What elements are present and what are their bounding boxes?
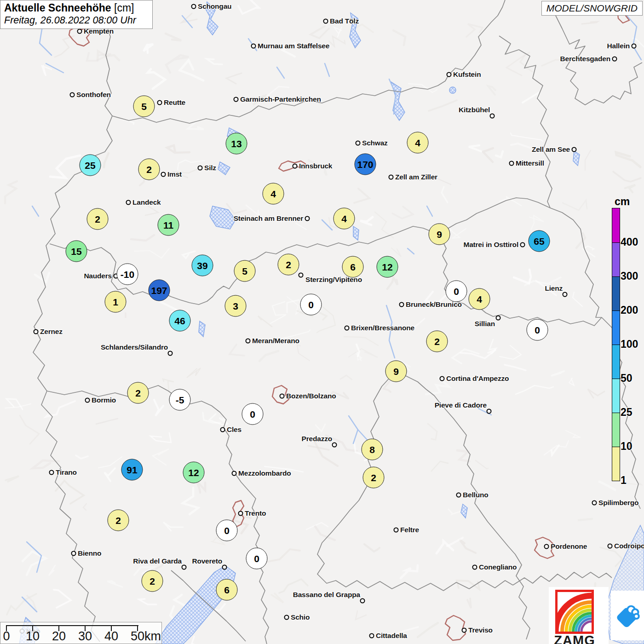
scale-bar-label-0: 0 bbox=[3, 629, 10, 644]
station-value-circle-34: 12 bbox=[183, 462, 205, 483]
scale-bar: 01020304050km bbox=[0, 622, 162, 644]
station-value-circle-29: 2 bbox=[127, 382, 149, 404]
station-value-circle-25: 0 bbox=[300, 294, 322, 316]
legend-unit-label: cm bbox=[615, 196, 630, 208]
station-value-circle-0: 5 bbox=[133, 96, 155, 117]
station-value-circle-37: 0 bbox=[216, 520, 238, 541]
station-value-circle-1: 13 bbox=[226, 133, 247, 155]
scale-bar-label-30: 30 bbox=[78, 629, 92, 644]
station-value-circle-24: 46 bbox=[169, 310, 191, 332]
station-value-circle-12: 15 bbox=[66, 241, 87, 262]
station-value-circle-38: 0 bbox=[246, 548, 268, 569]
page-title: Aktuelle Schneehöhe [cm] bbox=[4, 2, 148, 14]
station-value-circle-3: 25 bbox=[80, 155, 101, 176]
station-value-circle-2: 4 bbox=[407, 132, 429, 154]
station-value-circle-5: 170 bbox=[355, 154, 376, 175]
station-value-circle-19: 197 bbox=[149, 280, 170, 301]
snow-map-app: SchongauBad TölzKemptenMurnau am Staffel… bbox=[0, 0, 644, 644]
station-value-circle-11: 65 bbox=[529, 230, 550, 252]
legend-segment-1 bbox=[612, 242, 620, 276]
scale-bar-line bbox=[6, 625, 138, 626]
station-value-circle-10: 9 bbox=[429, 224, 450, 245]
station-value-circle-17: 6 bbox=[342, 256, 364, 278]
station-value-circle-9: 4 bbox=[334, 208, 355, 230]
scale-bar-label-20: 20 bbox=[52, 629, 66, 644]
station-value-circle-33: 91 bbox=[121, 459, 143, 481]
station-value-circle-21: 0 bbox=[446, 281, 467, 302]
snowgrid-app-logo bbox=[611, 591, 644, 640]
station-value-circle-27: 2 bbox=[426, 331, 448, 352]
station-value-circle-15: 5 bbox=[234, 260, 256, 282]
model-label: MODEL/SNOWGRID bbox=[541, 1, 643, 16]
station-value-circle-28: 9 bbox=[385, 361, 407, 382]
station-value-circle-23: 3 bbox=[225, 295, 247, 317]
title-unit: [cm] bbox=[114, 2, 134, 14]
legend-segment-7 bbox=[612, 447, 620, 481]
station-value-circle-30: -5 bbox=[169, 389, 191, 411]
legend-segment-0 bbox=[612, 208, 620, 242]
station-value-circle-14: 39 bbox=[192, 255, 213, 276]
legend-segment-3 bbox=[612, 310, 620, 345]
station-value-circle-13: -10 bbox=[117, 264, 138, 285]
station-value-circle-35: 2 bbox=[363, 467, 385, 489]
mountain-cloud-icon bbox=[613, 601, 642, 630]
scale-bar-label-40: 40 bbox=[104, 629, 118, 644]
station-value-circle-31: 0 bbox=[242, 403, 264, 425]
zamg-rainbow-icon bbox=[555, 590, 594, 634]
station-value-circle-4: 2 bbox=[138, 159, 160, 180]
station-value-circle-8: 11 bbox=[158, 214, 179, 236]
legend-segment-4 bbox=[612, 345, 620, 379]
zamg-wordmark: ZAMG bbox=[549, 633, 600, 644]
snow-depth-legend-bar bbox=[612, 208, 620, 481]
station-value-circle-7: 2 bbox=[87, 208, 109, 230]
scale-bar-label-50km: 50km bbox=[131, 629, 161, 644]
station-value-circle-20: 1 bbox=[105, 291, 126, 313]
legend-segment-6 bbox=[612, 413, 620, 447]
station-value-circle-6: 4 bbox=[263, 183, 284, 205]
station-layer: 51342521704211496515-1039526121971043460… bbox=[0, 0, 644, 644]
station-value-circle-18: 12 bbox=[377, 256, 398, 278]
station-value-circle-40: 6 bbox=[216, 579, 238, 601]
station-value-circle-26: 0 bbox=[527, 319, 548, 341]
map-datetime: Freitag, 26.08.2022 08:00 Uhr bbox=[4, 15, 148, 26]
title-box: Aktuelle Schneehöhe [cm] Freitag, 26.08.… bbox=[0, 0, 153, 29]
legend-segment-2 bbox=[612, 276, 620, 310]
title-text: Aktuelle Schneehöhe bbox=[4, 2, 111, 14]
zamg-logo: ZAMG bbox=[549, 587, 609, 644]
station-value-circle-32: 8 bbox=[362, 439, 383, 460]
legend-segment-5 bbox=[612, 379, 620, 413]
station-value-circle-22: 4 bbox=[469, 288, 490, 310]
station-value-circle-16: 2 bbox=[278, 254, 299, 276]
station-value-circle-39: 2 bbox=[142, 570, 163, 592]
scale-bar-label-10: 10 bbox=[26, 629, 40, 644]
station-value-circle-36: 2 bbox=[108, 510, 129, 531]
